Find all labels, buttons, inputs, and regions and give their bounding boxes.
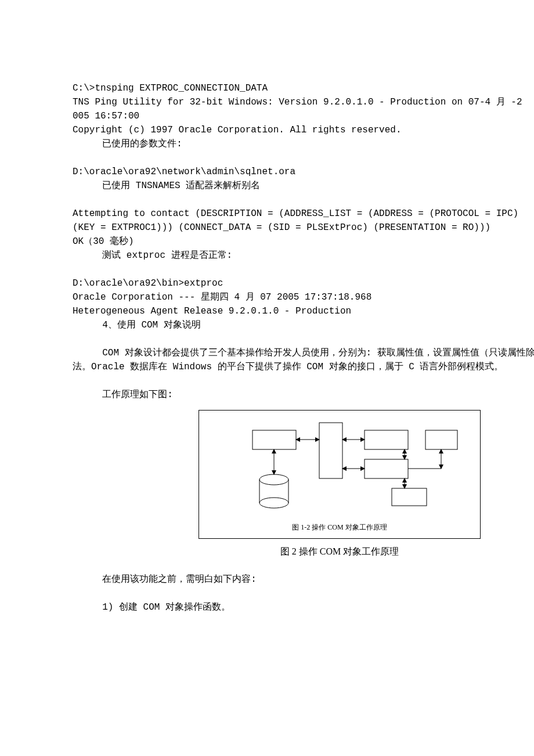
terminal-block-3: Attempting to contact (DESCRIPTION = (AD…	[73, 207, 534, 262]
svg-point-9	[259, 498, 288, 508]
code-line: 005 16:57:00	[73, 109, 534, 123]
svg-rect-4	[425, 430, 457, 449]
svg-point-6	[259, 474, 288, 485]
svg-rect-2	[365, 430, 408, 449]
code-line: Heterogeneous Agent Release 9.2.0.1.0 - …	[73, 304, 534, 318]
figure-inner-caption: 图 1-2 操作 COM 对象工作原理	[212, 522, 467, 532]
code-line: D:\oracle\ora92\network\admin\sqlnet.ora	[73, 165, 534, 179]
code-line: Attempting to contact (DESCRIPTION = (AD…	[73, 207, 534, 221]
code-line: Copyright (c) 1997 Oracle Corporation. A…	[73, 123, 534, 137]
paragraph: 在使用该功能之前，需明白如下内容:	[73, 573, 534, 586]
terminal-block-2: D:\oracle\ora92\network\admin\sqlnet.ora…	[73, 165, 534, 193]
diagram-svg	[218, 419, 461, 517]
svg-rect-5	[392, 488, 427, 506]
code-line: 测试 extproc 进程是否正常:	[73, 249, 534, 262]
code-line: OK（30 毫秒)	[73, 235, 534, 249]
svg-rect-3	[365, 459, 408, 478]
code-line: TNS Ping Utility for 32-bit Windows: Ver…	[73, 95, 534, 109]
paragraph: 工作原理如下图:	[73, 388, 534, 402]
svg-rect-0	[252, 430, 296, 449]
figure: 图 1-2 操作 COM 对象工作原理 图 2 操作 COM 对象工作原理	[73, 410, 534, 559]
list-item: 1) 创建 COM 对象操作函数。	[73, 600, 534, 614]
code-line: (KEY = EXTPROC1))) (CONNECT_DATA = (SID …	[73, 221, 534, 235]
figure-caption: 图 2 操作 COM 对象工作原理	[73, 545, 534, 559]
code-line: Oracle Corporation --- 星期四 4 月 07 2005 1…	[73, 290, 534, 304]
section-heading: 4、使用 COM 对象说明	[73, 318, 534, 332]
paragraph: COM 对象设计都会提供了三个基本操作给开发人员使用，分别为: 获取属性值，设置…	[73, 346, 534, 374]
terminal-block-4: D:\oracle\ora92\bin>extproc Oracle Corpo…	[73, 276, 534, 332]
svg-rect-1	[319, 423, 342, 478]
terminal-block-1: C:\>tnsping EXTPROC_CONNECTION_DATA TNS …	[73, 81, 534, 151]
figure-box: 图 1-2 操作 COM 对象工作原理	[199, 410, 481, 539]
code-line: 已使用的参数文件:	[73, 137, 534, 151]
code-line: D:\oracle\ora92\bin>extproc	[73, 276, 534, 290]
code-line: C:\>tnsping EXTPROC_CONNECTION_DATA	[73, 81, 534, 95]
code-line: 已使用 TNSNAMES 适配器来解析别名	[73, 179, 534, 193]
